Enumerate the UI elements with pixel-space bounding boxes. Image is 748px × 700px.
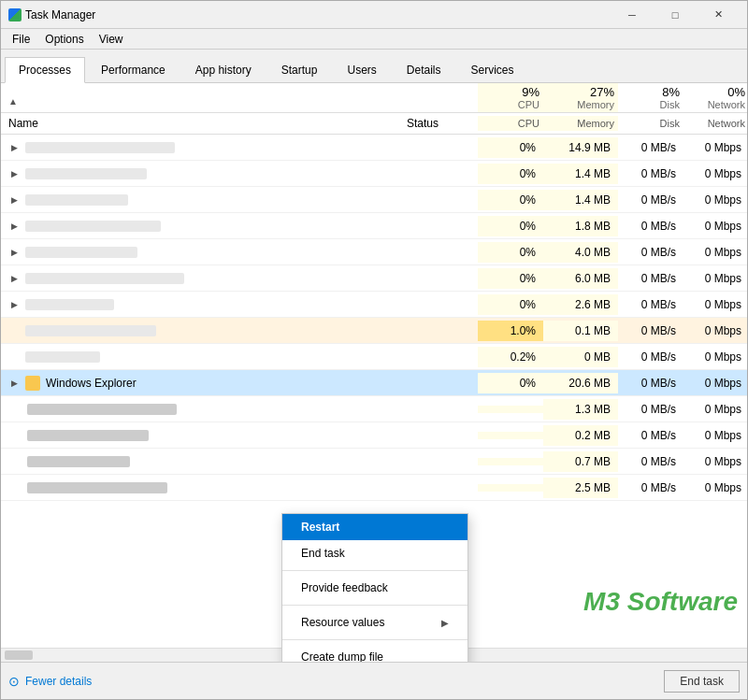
tab-processes[interactable]: Processes [5,57,85,83]
expand-icon[interactable]: ▶ [8,221,20,232]
row-disk-cell: 0 MB/s [618,478,683,498]
tab-users[interactable]: Users [333,57,390,82]
table-row[interactable]: 1.3 MB 0 MB/s 0 Mbps [1,396,747,422]
row-network-cell: 0 Mbps [683,425,747,446]
row-memory-cell: 0.1 MB [543,321,618,341]
table-row[interactable]: ▶ 0% 6.0 MB 0 MB/s 0 Mbps [1,265,747,292]
row-name-cell [1,479,403,497]
process-name-blur [27,482,167,493]
row-name-cell: ▶ [1,321,403,340]
context-menu-provide-feedback[interactable]: Provide feedback [282,575,468,601]
row-network-cell: 0 Mbps [683,294,747,315]
row-status-cell [403,458,478,465]
tab-details[interactable]: Details [393,57,455,82]
memory-column-header[interactable]: Memory [543,116,618,131]
status-col-header [403,94,478,102]
row-disk-cell: 0 MB/s [618,190,683,210]
cpu-stat-col[interactable]: 9% CPU [478,83,543,112]
cpu-label: CPU [482,99,539,110]
row-name-cell: ▶ [1,217,403,236]
row-name-cell: ▶ [1,269,403,288]
expand-icon[interactable]: ▶ [8,168,20,179]
table-row[interactable]: 2.5 MB 0 MB/s 0 Mbps [1,475,747,501]
table-row[interactable]: ▶ 0.2% 0 MB 0 MB/s 0 Mbps [1,344,747,370]
row-memory-cell: 14.9 MB [543,137,618,158]
menu-file[interactable]: File [5,31,37,48]
table-row[interactable]: ▶ 0% 1.4 MB 0 MB/s 0 Mbps [1,161,747,187]
tab-performance[interactable]: Performance [87,57,180,82]
row-status-cell [403,327,478,335]
table-row[interactable]: 0.7 MB 0 MB/s 0 Mbps [1,449,747,475]
row-status-cell [403,406,478,413]
minimize-button[interactable]: ─ [611,1,654,29]
menu-options[interactable]: Options [37,31,91,48]
expand-icon[interactable]: ▶ [8,378,20,389]
network-stat-col[interactable]: 0% Network [683,83,747,112]
name-column-header[interactable]: Name [1,113,403,134]
row-disk-cell: 0 MB/s [618,321,683,341]
table-row[interactable]: 0.2 MB 0 MB/s 0 Mbps [1,422,747,449]
row-cpu-cell [478,458,543,465]
row-network-cell: 0 Mbps [683,216,747,236]
memory-stat-col[interactable]: 27% Memory [543,83,618,112]
row-memory-cell: 0 MB [543,347,618,367]
column-headers: Name Status CPU Memory Disk Network [1,113,747,135]
expand-icon[interactable]: ▶ [8,194,20,206]
tab-services[interactable]: Services [457,57,528,82]
row-name-cell: ▶ Windows Explorer [1,372,403,394]
window-controls: ─ □ ✕ [611,1,740,29]
row-disk-cell: 0 MB/s [618,451,683,472]
context-menu-separator-2 [282,605,468,606]
row-memory-cell: 4.0 MB [543,242,618,263]
table-row[interactable]: ▶ 1.0% 0.1 MB 0 MB/s 0 Mbps [1,318,747,344]
row-status-cell [403,432,478,439]
row-name-cell: ▶ [1,138,403,157]
row-disk-cell: 0 MB/s [618,294,683,315]
context-menu-restart[interactable]: Restart [282,514,468,540]
row-memory-cell: 1.3 MB [543,399,618,420]
row-memory-cell: 6.0 MB [543,268,618,289]
table-row[interactable]: ▶ 0% 1.4 MB 0 MB/s 0 Mbps [1,187,747,213]
row-cpu-cell: 0.2% [478,347,543,367]
process-name-blur [27,456,130,467]
fewer-details-button[interactable]: ⊙ Fewer details [8,674,92,689]
context-menu-resource-values[interactable]: Resource values ▶ [282,609,468,636]
table-row[interactable]: ▶ 0% 1.8 MB 0 MB/s 0 Mbps [1,213,747,239]
close-button[interactable]: ✕ [697,1,740,29]
maximize-button[interactable]: □ [654,1,697,29]
context-menu-create-dump[interactable]: Create dump file [282,644,468,662]
memory-label: Memory [547,99,614,110]
status-column-header[interactable]: Status [403,113,478,134]
end-task-button[interactable]: End task [664,670,740,693]
process-name-blur [27,404,177,415]
disk-column-header[interactable]: Disk [618,116,683,131]
tab-app-history[interactable]: App history [181,57,266,82]
app-icon [8,8,22,21]
expand-icon[interactable]: ▶ [8,299,20,310]
context-menu-end-task[interactable]: End task [282,540,468,566]
table-row[interactable]: ▶ 0% 14.9 MB 0 MB/s 0 Mbps [1,135,747,161]
row-name-cell: ▶ [1,164,403,183]
table-row-windows-explorer[interactable]: ▶ Windows Explorer 0% 20.6 MB 0 MB/s 0 M… [1,370,747,396]
row-network-cell: 0 Mbps [683,268,747,289]
row-cpu-cell: 0% [478,294,543,315]
row-network-cell: 0 Mbps [683,137,747,158]
row-disk-cell: 0 MB/s [618,425,683,446]
row-status-cell [403,249,478,256]
cpu-column-header[interactable]: CPU [478,116,543,131]
row-network-cell: 0 Mbps [683,347,747,367]
expand-icon[interactable]: ▶ [8,247,20,258]
row-cpu-cell: 0% [478,268,543,289]
disk-stat-col[interactable]: 8% Disk [618,83,683,112]
window-title: Task Manager [25,8,611,21]
menu-view[interactable]: View [92,31,131,48]
process-name-blur [25,247,137,258]
network-column-header[interactable]: Network [683,116,747,131]
table-row[interactable]: ▶ 0% 4.0 MB 0 MB/s 0 Mbps [1,239,747,265]
row-status-cell [403,222,478,230]
expand-icon[interactable]: ▶ [8,273,20,284]
table-row[interactable]: ▶ 0% 2.6 MB 0 MB/s 0 Mbps [1,292,747,318]
tab-startup[interactable]: Startup [267,57,332,82]
row-memory-cell: 1.8 MB [543,216,618,236]
expand-icon[interactable]: ▶ [8,142,20,153]
